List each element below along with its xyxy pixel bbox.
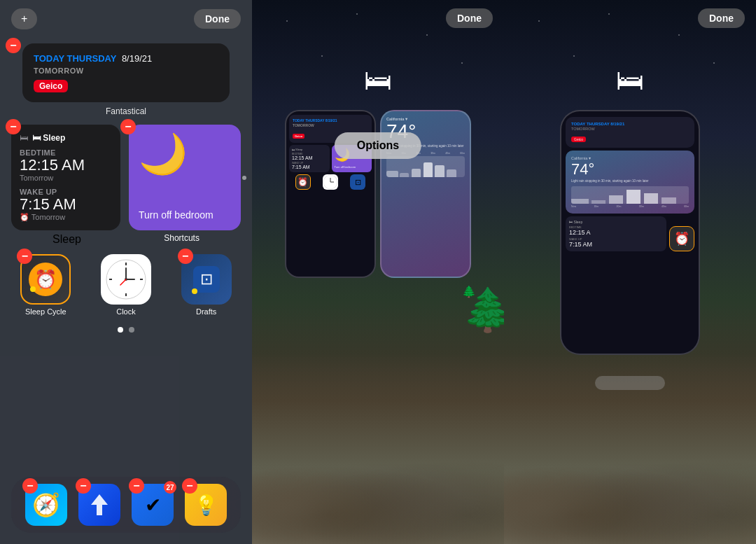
middle-bed-icon-container: 🛏 — [252, 64, 504, 96]
safari-remove-badge[interactable]: − — [22, 478, 38, 494]
mini-today-label: TODAY THURSDAY 8/19/21 — [293, 118, 368, 123]
sleep-widget[interactable]: 🛏 🛏 Sleep BEDTIME 12:15 AM Tomorrow WAKE… — [11, 125, 120, 230]
mini-geico: Geico — [293, 134, 304, 139]
app-item-clock[interactable]: Clock — [94, 254, 158, 316]
moon-icon: 🌙 — [139, 134, 231, 174]
right-bed-icon-container: 🛏 — [504, 64, 756, 96]
widget-labels-row: Sleep Shortcuts — [0, 233, 252, 246]
dock-item-safari[interactable]: − 🧭 — [25, 484, 67, 526]
tasks-remove-badge[interactable]: − — [129, 478, 144, 494]
drafts-remove-badge[interactable]: − — [178, 249, 193, 264]
right-options-area — [504, 376, 756, 393]
bedtime-time: 12:15 AM — [20, 157, 112, 174]
widgets-row: − − 🛏 🛏 Sleep BEDTIME 12:15 AM Tomorrow … — [11, 125, 241, 230]
fantastical-widget[interactable]: TODAY THURSDAY 8/19/21 TOMORROW Geico — [22, 43, 230, 102]
alarm-icon: ⏰ — [34, 269, 57, 291]
mini-clock — [323, 174, 338, 190]
page-dot-1 — [118, 327, 123, 333]
bed-emoji: 🛏 — [20, 133, 28, 143]
scroll-dot-indicator — [242, 176, 246, 180]
panel-left: + Done − TODAY THURSDAY 8/19/21 TOMORROW… — [0, 0, 252, 544]
fantastical-remove-badge[interactable]: − — [6, 38, 21, 53]
dock-item-google-keep[interactable]: − 💡 — [185, 484, 227, 526]
right-mini-weather: California ▾ 74° Light rain stopping in … — [566, 151, 694, 214]
plus-icon: + — [21, 13, 27, 25]
clock-svg — [105, 258, 147, 300]
drafts-label: Drafts — [196, 307, 216, 316]
sleep-remove-badge[interactable]: − — [6, 119, 21, 134]
mini-sleep: 🛏 Sleep BEDTIME 12:15 AM WAKE UP 7:15 AM — [289, 145, 330, 172]
left-done-button[interactable]: Done — [194, 9, 241, 29]
clock-label: Clock — [116, 307, 136, 316]
middle-done-button[interactable]: Done — [446, 8, 493, 28]
wakeup-sub: ⏰ Tomorrow — [20, 213, 112, 222]
app-icons-row: − ⏰ Sleep Cycle — [0, 254, 252, 316]
mini-drafts: ⊡ — [350, 174, 365, 190]
right-mini-geico: Geico — [571, 137, 586, 142]
date-label: 8/19/21 — [122, 53, 152, 64]
drafts-icon-symbol: ⊡ — [200, 270, 213, 288]
keep-remove-badge[interactable]: − — [182, 478, 197, 494]
app-item-drafts[interactable]: − ⊡ Drafts — [175, 254, 238, 316]
shortcut-name: Turn off bedroom — [139, 209, 231, 221]
sleep-header: 🛏 🛏 Sleep — [20, 133, 112, 143]
options-button[interactable]: Options — [335, 132, 421, 159]
shortcuts-widget-label: Shortcuts — [164, 233, 200, 246]
right-mini-sleep: 🛏 Sleep BEDTIME 12:15 A WAKE UP 7:15 AM — [566, 216, 666, 251]
right-weather-times: Now10m20m30m40m60m — [571, 205, 689, 208]
fantastical-day-header: TODAY THURSDAY 8/19/21 — [34, 53, 218, 64]
shortcuts-widget[interactable]: 🌙 Turn off bedroom — [129, 125, 241, 230]
right-mini-fantastical: TODAY THURSDAY 8/19/21 TOMORROW Geico — [566, 117, 694, 148]
right-done-button[interactable]: Done — [698, 8, 745, 28]
right-mini-wakeup-time: 7:15 AM — [569, 241, 663, 248]
right-options-oval — [595, 376, 665, 390]
middle-rocks — [252, 348, 504, 544]
add-button[interactable]: + — [11, 8, 37, 29]
panel-middle: 🌲 Done 🛏 TODAY THURSDAY 8/19/21 TOMORROW… — [252, 0, 504, 544]
sleep-widget-label: Sleep — [52, 233, 81, 246]
right-phone-container: TODAY THURSDAY 8/19/21 TOMORROW Geico Ca… — [504, 110, 756, 355]
tasks-symbol: ✔ — [145, 494, 161, 517]
spark-arrow-icon — [85, 491, 113, 519]
mini-tomorrow: TOMORROW — [293, 123, 368, 127]
right-mini-today: TODAY THURSDAY 8/19/21 — [571, 122, 689, 126]
dock-item-spark[interactable]: − — [78, 484, 120, 526]
app-item-sleep-cycle[interactable]: − ⏰ Sleep Cycle — [14, 254, 77, 316]
wakeup-time: 7:15 AM — [20, 196, 112, 213]
spark-remove-badge[interactable]: − — [76, 478, 91, 494]
dock-item-tasks[interactable]: − ✔ 27 — [132, 484, 174, 526]
mini-shortcut-name: Turn off bedroom — [335, 165, 370, 169]
keep-symbol: 💡 — [194, 494, 218, 517]
right-weather-desc: Light rain stopping in 30 min, starting … — [571, 179, 689, 183]
right-weather-chart — [571, 186, 689, 204]
tasks-badge: 27 — [164, 481, 176, 494]
sleep-cycle-label: Sleep Cycle — [25, 307, 66, 316]
tomorrow-label: TOMORROW — [34, 67, 218, 75]
right-weather-temp: 74° — [571, 160, 689, 179]
mini-app-row: ⏰ ⊡ — [289, 174, 372, 190]
page-dots — [0, 327, 252, 333]
right-bed-icon: 🛏 — [616, 64, 644, 95]
safari-symbol: 🧭 — [32, 491, 60, 518]
page-dot-2 — [129, 327, 134, 333]
fantastical-widget-container: − TODAY THURSDAY 8/19/21 TOMORROW Geico … — [11, 43, 241, 116]
mini-sleep-label: 🛏 Sleep — [292, 148, 327, 151]
middle-bed-icon: 🛏 — [364, 64, 392, 95]
dock: − 🧭 − − ✔ 27 − 💡 — [11, 477, 241, 533]
bedtime-sub: Tomorrow — [20, 174, 112, 182]
clock-icon — [101, 254, 151, 305]
shortcuts-remove-badge[interactable]: − — [120, 119, 136, 134]
left-top-bar: + Done — [0, 0, 252, 38]
right-mini-bottom-row: 🛏 Sleep BEDTIME 12:15 A WAKE UP 7:15 AM … — [566, 216, 694, 251]
right-phone-mockup[interactable]: TODAY THURSDAY 8/19/21 TOMORROW Geico Ca… — [560, 110, 700, 355]
today-label: TODAY THURSDAY — [34, 53, 116, 64]
drafts-yellow-dot — [192, 288, 197, 294]
middle-top-bar: Done — [252, 0, 504, 36]
geico-badge: Geico — [34, 80, 68, 92]
fantastical-label: Fantastical — [11, 106, 241, 116]
mini-time1: 12:15 AM — [292, 155, 327, 160]
mini-sleep-cycle: ⏰ — [295, 174, 311, 190]
mini-time2: 7:15 AM — [292, 165, 327, 169]
right-mini-sleep-cycle: ⏰ — [669, 226, 694, 251]
panel-right: Done 🛏 TODAY THURSDAY 8/19/21 TOMORROW G… — [504, 0, 756, 544]
